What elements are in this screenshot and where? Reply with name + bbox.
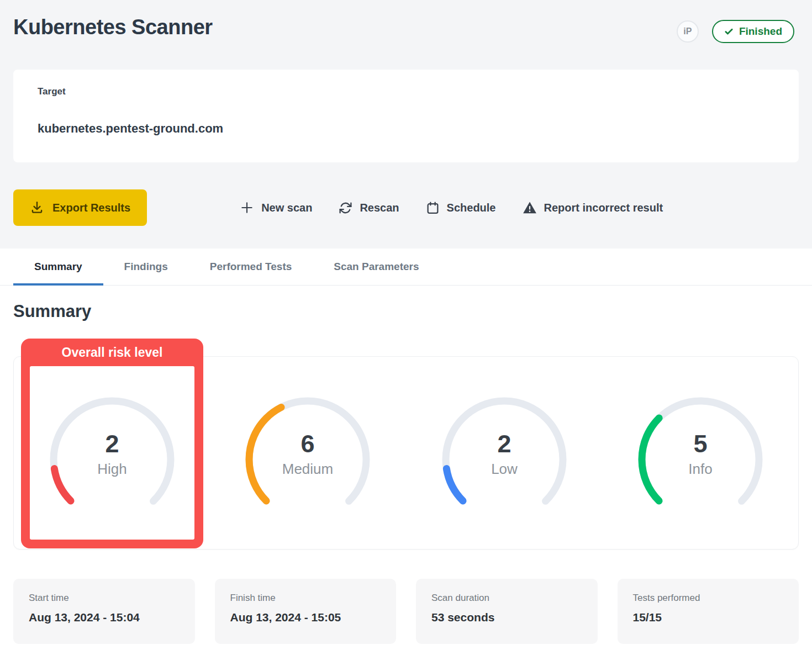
plus-icon <box>240 200 254 215</box>
report-incorrect-result-label: Report incorrect result <box>544 202 663 214</box>
export-results-label: Export Results <box>52 202 130 214</box>
gauge-low-text: 2 Low <box>438 393 571 526</box>
schedule-button[interactable]: Schedule <box>426 201 496 215</box>
tool-probe-badge[interactable]: iP <box>677 20 699 43</box>
gauge-info-text: 5 Info <box>634 393 767 526</box>
tab-bar: Summary Findings Performed Tests Scan Pa… <box>0 249 812 286</box>
check-icon <box>724 27 734 36</box>
stat-label: Tests performed <box>633 593 784 604</box>
stat-value: 53 seconds <box>431 611 582 624</box>
header-right: iP Finished <box>677 20 794 43</box>
target-value: kubernetes.pentest-ground.com <box>38 122 774 136</box>
actions-row: Export Results New scan Rescan Schedule … <box>13 189 799 226</box>
stat-label: Finish time <box>230 593 381 604</box>
download-icon <box>30 200 44 215</box>
stat-card-start-time: Start time Aug 13, 2024 - 15:04 <box>13 579 195 644</box>
refresh-icon <box>339 201 352 215</box>
tab-scan-parameters[interactable]: Scan Parameters <box>313 249 440 285</box>
gauge-medium: 6 Medium <box>241 393 374 526</box>
overall-risk-label: Overall risk level <box>21 339 203 366</box>
status-badge: Finished <box>712 20 794 43</box>
rescan-button[interactable]: Rescan <box>339 201 399 215</box>
stat-card-tests-performed: Tests performed 15/15 <box>618 579 799 644</box>
gauge-high-value: 2 <box>105 431 119 457</box>
gauge-high: 2 High <box>46 393 178 526</box>
tab-summary[interactable]: Summary <box>13 249 103 285</box>
overall-risk-card-inner: 2 High <box>30 366 194 540</box>
target-card: Target kubernetes.pentest-ground.com <box>13 70 799 162</box>
stat-value: Aug 13, 2024 - 15:05 <box>230 611 381 624</box>
stat-label: Scan duration <box>431 593 582 604</box>
stat-label: Start time <box>29 593 180 604</box>
gauge-low-value: 2 <box>497 431 511 457</box>
gauge-medium-text: 6 Medium <box>241 393 374 526</box>
warning-icon <box>523 200 537 215</box>
gauge-low: 2 Low <box>438 393 571 526</box>
stat-card-scan-duration: Scan duration 53 seconds <box>416 579 598 644</box>
calendar-icon <box>426 201 440 215</box>
summary-heading: Summary <box>13 302 91 321</box>
tool-badge-label: iP <box>683 27 692 36</box>
gauge-medium-value: 6 <box>300 431 314 457</box>
new-scan-label: New scan <box>261 202 312 214</box>
tab-findings[interactable]: Findings <box>103 249 189 285</box>
rescan-label: Rescan <box>360 202 399 214</box>
tab-performed-tests[interactable]: Performed Tests <box>189 249 313 285</box>
page-title: Kubernetes Scanner <box>13 15 213 39</box>
gauge-medium-label: Medium <box>282 460 333 478</box>
gauge-high-label: High <box>97 460 126 478</box>
schedule-label: Schedule <box>447 202 496 214</box>
gauge-low-label: Low <box>491 460 518 478</box>
overall-risk-card: Overall risk level 2 High <box>21 339 203 548</box>
stats-row: Start time Aug 13, 2024 - 15:04 Finish t… <box>13 579 799 644</box>
gauge-info: 5 Info <box>634 393 767 526</box>
stat-card-finish-time: Finish time Aug 13, 2024 - 15:05 <box>215 579 397 644</box>
gauge-info-label: Info <box>688 460 712 478</box>
action-group: New scan Rescan Schedule Report incorrec… <box>240 200 663 215</box>
new-scan-button[interactable]: New scan <box>240 200 312 215</box>
status-badge-label: Finished <box>739 25 782 38</box>
export-results-button[interactable]: Export Results <box>13 189 147 226</box>
report-incorrect-result-button[interactable]: Report incorrect result <box>523 200 663 215</box>
gauge-info-value: 5 <box>693 431 707 457</box>
gauge-high-text: 2 High <box>46 393 178 526</box>
stat-value: Aug 13, 2024 - 15:04 <box>29 611 180 624</box>
stat-value: 15/15 <box>633 611 784 624</box>
target-label: Target <box>38 86 774 97</box>
